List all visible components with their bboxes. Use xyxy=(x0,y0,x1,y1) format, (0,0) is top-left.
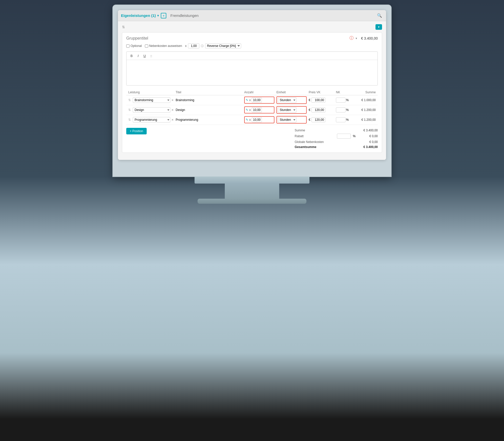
expand-icon[interactable]: ⇅ xyxy=(122,25,125,29)
leistung-select-1[interactable]: Brainstorming xyxy=(133,97,170,103)
teal-toggle-button[interactable]: ▾ xyxy=(375,24,382,30)
search-button[interactable]: 🔍 xyxy=(376,12,383,19)
nk-input-1[interactable] xyxy=(336,98,345,103)
leistung-cell-2: ⇅ Design ✕ xyxy=(128,107,174,113)
group-title-input[interactable] xyxy=(126,36,350,41)
einheit-select-2[interactable]: Stunden xyxy=(278,107,296,113)
row-handle-icon-3[interactable]: ⇅ xyxy=(128,118,131,122)
preis-cell-1: € xyxy=(309,98,334,103)
x-label-1: x xyxy=(249,98,251,102)
rabatt-label: Rabatt xyxy=(295,134,335,138)
nk-input-2[interactable] xyxy=(336,107,345,112)
preis-input-2[interactable] xyxy=(311,107,325,112)
preis-input-1[interactable] xyxy=(311,98,325,103)
leistung-select-2[interactable]: Design xyxy=(133,107,170,113)
summe-cell-1: € 1.000,00 xyxy=(351,98,376,102)
summary-table: Summe € 3.400,00 Rabatt % € 0,00 Globale… xyxy=(295,128,378,150)
row-handle-icon-1[interactable]: ⇅ xyxy=(128,98,131,102)
row-actions-icon-1[interactable]: ✕ xyxy=(171,99,174,102)
nebenkosten-checkbox-label[interactable]: Nebenkosten ausweisen xyxy=(145,44,182,48)
titel-input-1[interactable] xyxy=(176,98,242,103)
underline-button[interactable]: U xyxy=(142,53,148,59)
einheit-cell-2: Stunden xyxy=(276,106,307,114)
gesamtsumme-label: Gesamtsumme xyxy=(295,145,335,149)
options-row: Optional Nebenkosten ausweisen x ⓘ Rever… xyxy=(126,43,378,48)
header-titel: Titel xyxy=(176,91,242,94)
bold-button[interactable]: B xyxy=(129,53,135,59)
content-area: ⇅ ▾ ⓘ ▾ € 3.400,00 Optional xyxy=(118,21,386,160)
search-icon: 🔍 xyxy=(377,13,382,18)
preis-cell-2: € xyxy=(309,107,334,112)
editor-content[interactable] xyxy=(127,60,377,85)
optional-checkbox-label[interactable]: Optional xyxy=(126,44,142,48)
einheit-select-1[interactable]: Stunden xyxy=(278,97,296,103)
multiplier-info-icon: ⓘ xyxy=(201,44,204,48)
header-nk: NK xyxy=(336,91,349,94)
group-section: ⓘ ▾ € 3.400,00 Optional Nebenkosten ausw… xyxy=(122,32,382,153)
table-row: ⇅ Brainstorming ✕ ✎ x xyxy=(126,95,378,105)
tabs-row: Eigenleistungen (1) ▾ + Fremdleistungen … xyxy=(118,10,386,21)
italic-button[interactable]: I xyxy=(135,53,141,59)
globale-nk-row: Globale Nebenkosten € 0,00 xyxy=(295,139,378,144)
group-total: € 3.400,00 xyxy=(361,36,378,40)
nk-symbol-3: % xyxy=(346,118,349,122)
preis-input-3[interactable] xyxy=(311,117,325,122)
titel-input-3[interactable] xyxy=(176,117,242,122)
titel-cell-1 xyxy=(176,98,242,103)
einheit-cell-1: Stunden xyxy=(276,96,307,104)
monitor-wrapper: Eigenleistungen (1) ▾ + Fremdleistungen … xyxy=(101,0,403,204)
summe-value: € 3.400,00 xyxy=(358,129,378,132)
row-actions-icon-2[interactable]: ✕ xyxy=(171,108,174,112)
summe-cell-2: € 1.200,00 xyxy=(351,108,376,112)
monitor-base-top xyxy=(195,177,309,184)
rabatt-input[interactable] xyxy=(337,134,351,139)
tab-fremdleistungen-label: Fremdleistungen xyxy=(170,13,199,18)
rabatt-row: Rabatt % € 0,00 xyxy=(295,133,378,139)
monitor-base-foot xyxy=(198,199,306,204)
header-preis-vk: Preis VK xyxy=(309,91,334,94)
globale-nk-label: Globale Nebenkosten xyxy=(295,140,335,144)
tab-eigenleistungen-chevron-icon[interactable]: ▾ xyxy=(157,14,159,17)
monitor-screen: Eigenleistungen (1) ▾ + Fremdleistungen … xyxy=(113,5,391,177)
summe-cell-3: € 1.200,00 xyxy=(351,118,376,122)
group-chevron-icon[interactable]: ▾ xyxy=(356,37,357,40)
optional-label: Optional xyxy=(131,44,142,48)
edit-icon-3[interactable]: ✎ xyxy=(246,118,248,122)
table-row: ⇅ Design ✕ ✎ x xyxy=(126,105,378,115)
preis-currency-3: € xyxy=(309,118,310,122)
text-editor: B I U :: xyxy=(126,51,378,85)
multiplier-section: x ⓘ Reverse Charge [0%] xyxy=(185,43,241,48)
row-handle-icon-2[interactable]: ⇅ xyxy=(128,108,131,112)
header-anzahl: Anzahl xyxy=(244,91,274,94)
preis-currency-1: € xyxy=(309,98,310,102)
tab-eigenleistungen[interactable]: Eigenleistungen (1) ▾ xyxy=(121,13,159,18)
add-position-button[interactable]: + Position xyxy=(126,128,147,134)
einheit-select-3[interactable]: Stunden xyxy=(278,117,296,123)
anzahl-input-1[interactable] xyxy=(252,98,262,103)
summe-row: Summe € 3.400,00 xyxy=(295,128,378,133)
leistung-select-3[interactable]: Programmierung xyxy=(133,117,170,123)
nk-symbol-2: % xyxy=(346,108,349,112)
reverse-charge-select[interactable]: Reverse Charge [0%] xyxy=(205,43,241,48)
optional-checkbox[interactable] xyxy=(126,44,130,48)
edit-icon-1[interactable]: ✎ xyxy=(246,98,248,102)
edit-icon-2[interactable]: ✎ xyxy=(246,108,248,112)
table-section: Leistung Titel Anzahl Einheit Preis VK N… xyxy=(126,90,378,125)
add-tab-button[interactable]: + xyxy=(161,13,166,18)
tab-fremdleistungen[interactable]: Fremdleistungen xyxy=(170,13,376,18)
monitor-base-stem xyxy=(225,184,279,199)
nk-input-3[interactable] xyxy=(336,117,345,122)
titel-input-2[interactable] xyxy=(176,107,242,112)
row-actions-icon-3[interactable]: ✕ xyxy=(171,118,174,122)
leistung-cell-3: ⇅ Programmierung ✕ xyxy=(128,117,174,123)
editor-toolbar: B I U :: xyxy=(127,52,377,60)
nebenkosten-label: Nebenkosten ausweisen xyxy=(149,44,182,48)
anzahl-input-3[interactable] xyxy=(252,117,262,122)
code-button[interactable]: :: xyxy=(148,53,154,59)
table-row: ⇅ Programmierung ✕ ✎ x xyxy=(126,115,378,125)
anzahl-input-2[interactable] xyxy=(252,107,262,112)
preis-currency-2: € xyxy=(309,108,310,112)
multiplier-input[interactable] xyxy=(188,43,199,48)
header-summe: Summe xyxy=(351,91,376,94)
nebenkosten-checkbox[interactable] xyxy=(145,44,148,48)
